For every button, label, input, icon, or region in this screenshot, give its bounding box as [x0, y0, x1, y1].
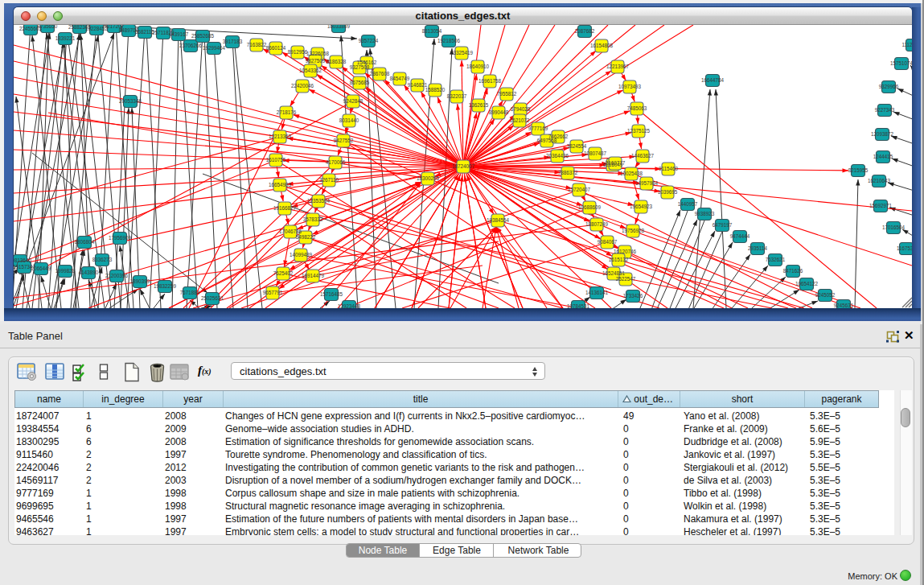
svg-text:3267110: 3267110: [319, 177, 339, 183]
svg-text:8912956: 8912956: [288, 49, 308, 55]
svg-text:2935114: 2935114: [748, 245, 768, 251]
svg-text:18807249: 18807249: [585, 221, 609, 227]
svg-text:17016504: 17016504: [882, 225, 906, 230]
svg-text:19299464: 19299464: [203, 45, 226, 51]
svg-text:23706266: 23706266: [179, 43, 203, 48]
svg-text:7955812: 7955812: [497, 91, 517, 97]
svg-text:14099489: 14099489: [290, 252, 313, 257]
svg-text:1362615: 1362615: [469, 102, 489, 108]
svg-text:19832259: 19832259: [154, 283, 177, 289]
svg-text:2522547: 2522547: [616, 276, 636, 282]
svg-text:8336273: 8336273: [92, 257, 113, 262]
svg-text:10807487: 10807487: [584, 150, 607, 156]
svg-text:8454749: 8454749: [390, 76, 410, 81]
svg-text:6794028: 6794028: [511, 106, 531, 112]
svg-text:7163822: 7163822: [247, 42, 267, 47]
svg-text:4735650: 4735650: [38, 25, 58, 29]
svg-text:7886372: 7886372: [558, 170, 578, 175]
svg-text:13325419: 13325419: [450, 50, 474, 56]
svg-text:8806804: 8806804: [75, 239, 95, 245]
svg-text:10973493: 10973493: [618, 84, 642, 89]
svg-text:15716485: 15716485: [320, 291, 343, 297]
svg-text:12213967: 12213967: [606, 64, 630, 69]
svg-text:18724007: 18724007: [452, 163, 475, 169]
svg-text:9827509: 9827509: [306, 58, 326, 64]
svg-text:9115460: 9115460: [659, 166, 679, 171]
svg-text:1621072: 1621072: [510, 117, 530, 123]
svg-text:10784531: 10784531: [567, 303, 590, 308]
svg-text:6479197: 6479197: [713, 222, 733, 228]
svg-text:19384554: 19384554: [487, 217, 510, 223]
svg-text:1890399: 1890399: [130, 278, 150, 284]
svg-text:1610755: 1610755: [266, 157, 286, 163]
svg-text:3578332: 3578332: [303, 216, 323, 222]
svg-text:8813054: 8813054: [422, 28, 442, 34]
svg-text:9245052: 9245052: [815, 292, 836, 298]
svg-text:16644784: 16644784: [701, 77, 725, 83]
svg-text:8471626: 8471626: [783, 268, 803, 274]
svg-text:19166827: 19166827: [273, 205, 297, 211]
svg-text:1167534: 1167534: [897, 245, 912, 251]
svg-text:7671884: 7671884: [180, 290, 200, 295]
svg-text:9657791: 9657791: [263, 290, 283, 295]
svg-text:2160777: 2160777: [606, 160, 626, 166]
svg-text:1999828: 1999828: [55, 268, 76, 274]
svg-text:9329966: 9329966: [879, 84, 899, 89]
svg-text:22420046: 22420046: [291, 83, 314, 89]
svg-text:19218506: 19218506: [437, 38, 461, 43]
svg-text:8660124: 8660124: [266, 45, 286, 51]
svg-text:12375125: 12375125: [627, 128, 651, 134]
svg-text:5498222: 5498222: [296, 234, 316, 240]
svg-text:14957984: 14957984: [635, 180, 659, 186]
svg-text:25025631: 25025631: [201, 295, 224, 301]
svg-text:10688609: 10688609: [578, 204, 602, 210]
svg-text:1588520: 1588520: [425, 87, 446, 93]
svg-text:20053346: 20053346: [119, 98, 142, 104]
svg-text:1244415: 1244415: [873, 154, 893, 159]
svg-text:9242848: 9242848: [343, 98, 363, 104]
svg-text:8675685: 8675685: [350, 80, 370, 85]
svg-text:12353594: 12353594: [307, 198, 331, 204]
svg-text:8031440: 8031440: [339, 117, 359, 123]
svg-text:2867608: 2867608: [370, 71, 390, 76]
svg-text:14463627: 14463627: [631, 153, 655, 159]
svg-text:15751074: 15751074: [890, 60, 912, 66]
svg-text:9357224: 9357224: [359, 38, 379, 43]
svg-text:9427552: 9427552: [334, 138, 354, 143]
svg-text:20813640: 20813640: [14, 257, 31, 263]
svg-text:16914479: 16914479: [302, 273, 325, 278]
svg-text:16524851: 16524851: [602, 270, 626, 276]
svg-text:7632621: 7632621: [766, 257, 786, 262]
svg-text:7485063: 7485063: [627, 105, 647, 111]
svg-text:7625402: 7625402: [273, 270, 294, 276]
svg-text:14136141: 14136141: [585, 290, 609, 295]
svg-text:8990448: 8990448: [489, 109, 509, 115]
svg-text:10025438: 10025438: [620, 171, 643, 176]
svg-text:9474444: 9474444: [730, 233, 750, 239]
svg-text:12923448: 12923448: [338, 303, 361, 308]
svg-text:19654923: 19654923: [630, 204, 653, 209]
svg-text:11123044: 11123044: [901, 42, 912, 47]
svg-text:19756928: 19756928: [622, 228, 645, 233]
svg-text:10543362: 10543362: [299, 68, 322, 73]
svg-text:2066449: 2066449: [31, 266, 51, 271]
svg-text:2718176: 2718176: [277, 109, 297, 115]
svg-text:15720407: 15720407: [568, 187, 591, 192]
svg-text:1733426: 1733426: [623, 293, 643, 299]
svg-text:12093872: 12093872: [871, 131, 894, 137]
svg-text:16154808: 16154808: [590, 43, 614, 48]
svg-text:9245631: 9245631: [834, 303, 854, 308]
svg-text:7462662: 7462662: [548, 134, 569, 139]
svg-text:16210643: 16210643: [868, 178, 891, 183]
svg-text:12213363: 12213363: [269, 134, 292, 139]
svg-text:16654983: 16654983: [269, 182, 292, 187]
svg-text:1440957: 1440957: [678, 201, 698, 207]
svg-text:20364436: 20364436: [546, 153, 569, 159]
svg-text:2087682: 2087682: [575, 28, 595, 34]
svg-text:3824554: 3824554: [567, 143, 587, 149]
svg-text:1839221: 1839221: [55, 35, 76, 41]
svg-text:21200396: 21200396: [105, 273, 129, 278]
svg-text:16033809: 16033809: [327, 25, 351, 29]
svg-text:9777169: 9777169: [528, 126, 548, 131]
svg-text:16961758: 16961758: [478, 78, 502, 84]
